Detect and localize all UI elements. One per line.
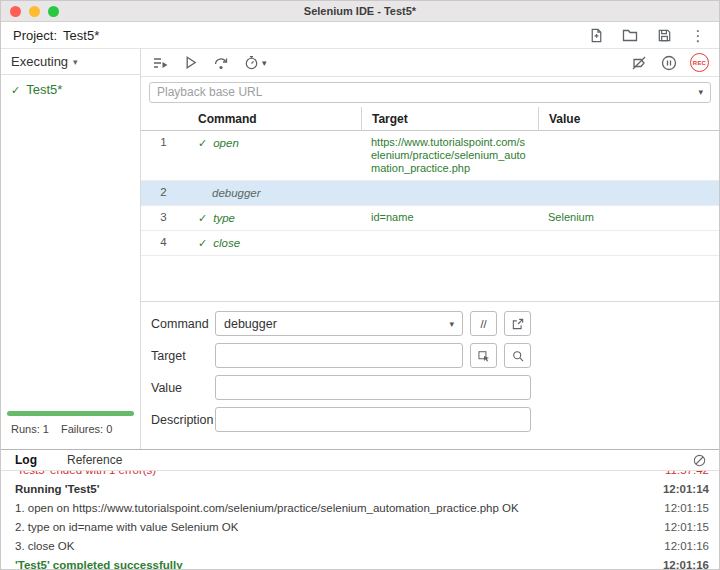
log-text: 2. type on id=name with value Selenium O… [15,518,250,537]
playback-toolbar: ▾ REC [141,49,719,77]
value-cell [538,181,719,205]
command-table-header: Command Target Value [141,107,719,131]
project-header: Project: Test5* ⋮ [1,22,719,48]
log-text: 'Test5' completed successfully [15,556,195,570]
tab-reference[interactable]: Reference [67,453,122,467]
chevron-down-icon: ▾ [262,58,267,68]
log-entry: 'Test5' completed successfully 12:01:16 [15,556,719,570]
column-value: Value [538,107,719,131]
clear-log-icon[interactable] [692,453,707,468]
row-number: 3 [141,206,186,230]
log-entry: 3. close OK 12:01:16 [15,537,719,556]
log-timestamp: 12:01:15 [664,499,719,518]
tab-log[interactable]: Log [15,453,37,467]
row-number-column [141,107,186,131]
new-test-icon[interactable] [587,26,605,44]
target-cell [361,231,538,255]
playback-base-url-input[interactable] [157,85,698,99]
step-over-icon[interactable] [212,54,230,72]
target-field-label: Target [151,349,215,363]
log-text: 1. open on https://www.tutorialspoint.co… [15,499,531,518]
log-entry: 'Test5' ended with 1 error(s) 11:57:42 [15,471,719,480]
record-button[interactable]: REC [690,53,709,72]
chevron-down-icon: ▾ [73,57,78,67]
run-all-tests-icon[interactable] [151,54,169,72]
value-cell [538,131,719,180]
project-name: Test5* [63,28,99,43]
log-entry: 1. open on https://www.tutorialspoint.co… [15,499,719,518]
description-field-label: Description [151,413,215,427]
search-icon[interactable] [504,343,531,368]
value-input[interactable] [215,375,531,400]
value-field-label: Value [151,381,215,395]
log-text: Running 'Test5' [15,480,111,499]
chevron-down-icon: ▾ [449,319,454,329]
row-number: 4 [141,231,186,255]
run-current-test-icon[interactable] [182,54,199,71]
tests-sidebar: Executing ▾ ✓ Test5* Runs: 1 Failures: 0 [1,49,141,449]
test-speed-control[interactable]: ▾ [243,54,267,71]
playback-base-url-field[interactable]: ▾ [149,82,711,103]
log-text: 'Test5' ended with 1 error(s) [15,471,168,480]
project-label: Project: [13,28,57,43]
command-cell: close [213,236,240,250]
selenium-ide-window: Selenium IDE - Test5* Project: Test5* ⋮ … [0,0,720,570]
log-entry: Running 'Test5' 12:01:14 [15,480,719,499]
log-entries: 'Test5' ended with 1 error(s) 11:57:42 R… [1,471,719,570]
chevron-down-icon[interactable]: ▾ [698,87,703,97]
log-text: 3. close OK [15,537,86,556]
command-field-label: Command [151,317,215,331]
column-command: Command [186,107,361,131]
command-cell: debugger [212,186,261,200]
target-cell [361,181,538,205]
table-row-selected[interactable]: 2 debugger [141,181,719,206]
table-row[interactable]: 3 ✓ type id=name Selenium [141,206,719,231]
disable-breakpoints-icon[interactable] [630,54,648,72]
log-timestamp: 12:01:15 [664,518,719,537]
open-project-icon[interactable] [621,26,639,44]
target-input[interactable] [215,343,463,368]
test-passed-check-icon: ✓ [11,83,20,97]
failures-count: Failures: 0 [61,423,112,435]
command-table: 1 ✓ open https://www.tutorialspoint.com/… [141,131,719,301]
sidebar-item-test5[interactable]: ✓ Test5* [1,75,140,104]
open-reference-icon[interactable] [504,311,531,336]
comment-toggle-button[interactable]: // [470,311,497,336]
description-input[interactable] [215,407,531,432]
row-number: 1 [141,131,186,180]
command-select-value: debugger [224,317,277,331]
select-target-icon[interactable] [470,343,497,368]
value-cell: Selenium [538,206,719,230]
command-cell: open [213,136,239,150]
table-row[interactable]: 1 ✓ open https://www.tutorialspoint.com/… [141,131,719,181]
column-target: Target [361,107,538,131]
step-editor: Command debugger ▾ // Target [141,301,719,449]
log-panel: Log Reference 'Test5' ended with 1 error… [1,449,719,570]
maximize-window-button[interactable] [48,6,59,17]
step-passed-check-icon: ✓ [198,136,207,150]
target-cell: id=name [361,206,538,230]
command-cell: type [213,211,235,225]
value-cell [538,231,719,255]
log-timestamp: 12:01:16 [664,537,719,556]
window-title: Selenium IDE - Test5* [304,5,416,17]
log-timestamp: 11:57:42 [665,471,719,480]
window-controls [10,6,59,17]
pause-on-exceptions-icon[interactable] [660,54,678,72]
titlebar: Selenium IDE - Test5* [1,1,719,22]
close-window-button[interactable] [10,6,21,17]
log-timestamp: 12:01:16 [663,556,719,570]
more-options-icon[interactable]: ⋮ [689,26,707,44]
log-entry: 2. type on id=name with value Selenium O… [15,518,719,537]
target-cell: https://www.tutorialspoint.com/selenium/… [361,131,538,180]
minimize-window-button[interactable] [29,6,40,17]
log-tabs: Log Reference [1,450,719,471]
test-list-dropdown[interactable]: Executing ▾ [1,49,140,75]
test-name: Test5* [26,82,62,97]
save-project-icon[interactable] [655,26,673,44]
command-select[interactable]: debugger ▾ [215,311,463,336]
log-timestamp: 12:01:14 [663,480,719,499]
table-row[interactable]: 4 ✓ close [141,231,719,256]
step-passed-check-icon: ✓ [198,211,207,225]
step-passed-check-icon: ✓ [198,236,207,250]
